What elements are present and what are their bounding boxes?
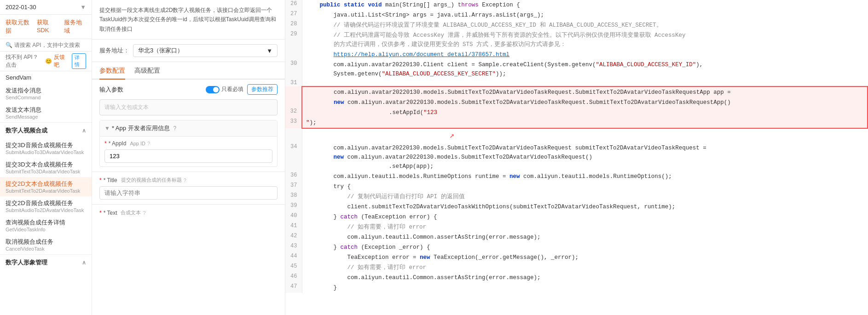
nav-section-avatar-management[interactable]: 数字人形象管理 ∧ — [0, 254, 92, 270]
code-panel: 26 public static void main(String[] args… — [285, 0, 868, 315]
middle-panel: 提交根据一段文本离线生成2D数字人视频任务，该接口会立即返回一个TaskUuid… — [92, 0, 285, 315]
detail-button[interactable]: 详情 — [72, 53, 86, 69]
code-line-26: 26 public static void main(String[] args… — [285, 0, 868, 10]
toggle-label: 只看必填 — [221, 86, 243, 93]
tabs-row: 参数配置 高级配置 — [92, 62, 285, 80]
app-section-group: ▼ * App 开发者应用信息 ? * * AppId App ID ? — [99, 120, 278, 167]
section-avatar-chevron-icon: ∧ — [82, 259, 86, 266]
text-label: * * Text 合成文本 ? — [99, 209, 278, 216]
code-line-43: 43 } catch (Exception _error) { — [285, 242, 868, 252]
quick-links: 获取元数据 获取 SDK 服务地域 — [0, 15, 92, 39]
recommend-button[interactable]: 参数推荐 — [247, 84, 278, 95]
code-line-29a: 29 // 工程代码泄露可能会导致 AccessKey 泄露，并威胁账号下所有资… — [285, 30, 868, 50]
tab-advanced[interactable]: 高级配置 — [134, 62, 160, 80]
service-row: 服务地址： 华北3（张家口） ▼ — [92, 40, 285, 62]
code-line-error-1: com.aliyun.avatar20220130.models.SubmitT… — [285, 86, 868, 97]
code-line-error-2: new com.aliyun.avatar20220130.models.Sub… — [285, 97, 868, 108]
title-label: * * Title 提交的视频合成的任务标题 ? — [99, 177, 278, 183]
code-line-40: 40 } catch (TeaException error) { — [285, 212, 868, 222]
code-line-44: 44 TeaException error = new TeaException… — [285, 252, 868, 263]
feedback-icon: 😊 — [45, 58, 52, 64]
nav-item-sendvam[interactable]: SendVam — [0, 71, 92, 84]
toggle-thumb — [213, 87, 219, 92]
service-value: 华北3（张家口） — [138, 46, 183, 55]
nav-item-submit-text-3d[interactable]: 提交3D文本合成视频任务 SubmitTextTo3DAvatarVideoTa… — [0, 158, 92, 177]
quick-link-region[interactable]: 服务地域 — [64, 18, 86, 35]
nav-item-cancel-video-task[interactable]: 取消视频合成任务 CancelVideoTask — [0, 235, 92, 254]
nav-item-sendcommand[interactable]: 发送指令消息 SendCommand — [0, 84, 92, 103]
service-select[interactable]: 华北3（张家口） ▼ — [133, 44, 278, 57]
input-placeholder-text: 请输入文包或文本 — [104, 104, 149, 110]
params-title: 输入参数 — [99, 86, 123, 94]
feedback-row: 找不到 API？点击 😊 反馈吧 详情 — [0, 52, 92, 71]
code-line-46: 46 com.aliyun.teautil.Common.assertAsStr… — [285, 273, 868, 283]
description-box: 提交根据一段文本离线生成2D数字人视频任务，该接口会立即返回一个TaskUuid… — [92, 0, 285, 40]
nav-item-submit-text-2d[interactable]: 提交2D文本合成视频任务 SubmitTextTo2DAvatarVideoTa… — [0, 177, 92, 196]
toggle-track[interactable] — [206, 86, 220, 93]
code-line-27: 27 java.util.List<String> args = java.ut… — [285, 10, 868, 20]
date-chevron-icon: ▼ — [80, 4, 86, 11]
nav-item-get-video-task[interactable]: 查询视频合成任务详情 GetVideoTaskInfo — [0, 216, 92, 235]
sidebar: 2022-01-30 ▼ 获取元数据 获取 SDK 服务地域 🔍 找不到 API… — [0, 0, 92, 315]
quick-link-sdk[interactable]: 获取 SDK — [37, 18, 61, 35]
code-line-33: 33 "); — [285, 118, 868, 128]
code-table: 26 public static void main(String[] args… — [285, 0, 868, 293]
nav-item-submit-audio-2d[interactable]: 提交2D音频合成视频任务 SubmitAudioTo2DAvatarVideoT… — [0, 196, 92, 216]
title-section: * * Title 提交的视频合成的任务标题 ? — [92, 172, 285, 204]
code-line-30: 30 com.aliyun.avatar20220130.Client clie… — [285, 60, 868, 79]
code-line-36: 36 com.aliyun.teautil.models.RuntimeOpti… — [285, 172, 868, 182]
code-line-39: 39 client.submitTextTo2DAvatarVideoTaskW… — [285, 202, 868, 212]
help-link[interactable]: https://help.aliyun.com/document_detail/… — [334, 52, 510, 58]
search-icon: 🔍 — [6, 42, 12, 48]
code-line-37: 37 try { — [285, 182, 868, 192]
code-line-42: 42 com.aliyun.teautil.Common.assertAsStr… — [285, 232, 868, 242]
code-line-38: 38 // 复制代码运行请自行打印 API 的返回值 — [285, 192, 868, 202]
nav-group-main: SendVam 发送指令消息 SendCommand 发送文本消息 SendMe… — [0, 71, 92, 122]
code-line-45: 45 // 如有需要，请打印 error — [285, 263, 868, 273]
section-title-avatar: 数字人形象管理 — [6, 258, 47, 267]
params-header: 输入参数 只看必填 参数推荐 — [92, 80, 285, 99]
code-line-41: 41 // 如有需要，请打印 error — [285, 222, 868, 232]
search-input[interactable] — [14, 42, 86, 48]
text-help-icon: ? — [143, 210, 145, 216]
date-value: 2022-01-30 — [6, 4, 36, 11]
title-help-icon: ? — [184, 178, 186, 183]
app-section-help: ? — [174, 125, 177, 132]
app-section-chevron: ▼ — [104, 125, 110, 132]
code-line-47: 47 } — [285, 283, 868, 293]
appid-label: * * AppId App ID ? — [104, 140, 272, 147]
appid-input[interactable] — [104, 149, 272, 163]
params-controls: 只看必填 参数推荐 — [206, 84, 278, 95]
nav-item-submit-audio-3d[interactable]: 提交3D音频合成视频任务 SubmitAudioTo3DAvatarVideoT… — [0, 138, 92, 158]
quick-link-metadata[interactable]: 获取元数据 — [6, 18, 33, 35]
input-placeholder-box: 请输入文包或文本 — [99, 99, 278, 115]
code-line-34: 34 com.aliyun.avatar20220130.models.Subm… — [285, 143, 868, 172]
service-chevron-icon: ▼ — [266, 47, 272, 54]
search-bar: 🔍 — [0, 39, 92, 52]
feedback-text: 找不到 API？点击 — [6, 53, 43, 69]
section-title-video: 数字人视频合成 — [6, 126, 47, 135]
nav-section-video-synthesis[interactable]: 数字人视频合成 ∧ — [0, 122, 92, 138]
code-line-arrow: ↗ — [285, 128, 868, 143]
text-section: * * Text 合成文本 ? — [92, 204, 285, 223]
appid-field-row: * * AppId App ID ? — [100, 137, 277, 166]
date-selector[interactable]: 2022-01-30 ▼ — [0, 0, 92, 15]
code-line-31: 31 — [285, 79, 868, 86]
service-label: 服务地址： — [99, 46, 129, 55]
nav-group-video: 提交3D音频合成视频任务 SubmitAudioTo3DAvatarVideoT… — [0, 138, 92, 254]
description-text: 提交根据一段文本离线生成2D数字人视频任务，该接口会立即返回一个TaskUuid… — [99, 7, 276, 32]
tab-params[interactable]: 参数配置 — [99, 62, 125, 80]
title-input[interactable] — [99, 186, 278, 200]
code-line-28: 28 // 请确保代码运行环境设置了环境变量 ALIBABA_CLOUD_ACC… — [285, 20, 868, 30]
feedback-link[interactable]: 反馈吧 — [54, 53, 68, 69]
required-toggle[interactable]: 只看必填 — [206, 86, 243, 93]
code-line-29b: https://help.aliyun.com/document_detail/… — [285, 50, 868, 60]
app-section-header[interactable]: ▼ * App 开发者应用信息 ? — [100, 120, 277, 137]
nav-item-sendmessage[interactable]: 发送文本消息 SendMessage — [0, 103, 92, 122]
appid-help-icon: ? — [147, 141, 150, 146]
app-section-label: * App 开发者应用信息 — [112, 124, 170, 132]
section-chevron-icon: ∧ — [82, 127, 86, 134]
code-line-32: 32 .setAppId("123 — [285, 108, 868, 118]
